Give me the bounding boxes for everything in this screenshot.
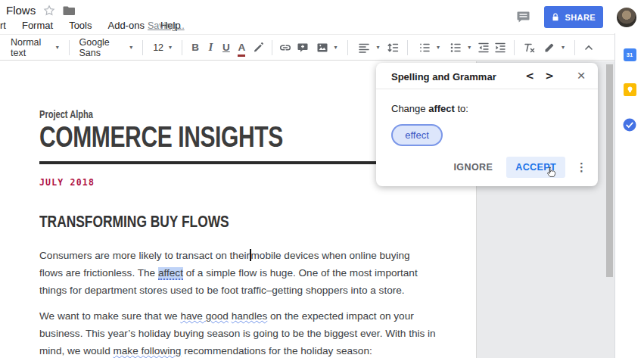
- highlighter-icon: [251, 41, 265, 54]
- ignore-button[interactable]: IGNORE: [449, 157, 497, 178]
- dialog-title: Spelling and Grammar: [391, 71, 496, 82]
- text-segment: Consumers are more likely to transact on…: [39, 250, 250, 261]
- text-segment: on the expected impact on your: [267, 310, 413, 322]
- section-heading-text[interactable]: TRANSFORMING BUY FLOWS: [39, 212, 279, 232]
- more-options-icon[interactable]: ⋮: [574, 160, 589, 174]
- comment-add-icon: [296, 41, 310, 54]
- dialog-body: Change affect to: effect: [376, 89, 598, 146]
- doc-title-label: COMMERCE INSIGHTS: [39, 121, 283, 154]
- paragraph-line[interactable]: business. This year’s holiday buying sea…: [39, 325, 436, 342]
- align-button[interactable]: ▾: [353, 38, 384, 58]
- document-title[interactable]: Flows: [6, 4, 36, 17]
- horizontal-rule: [39, 161, 378, 164]
- text-segment: recommendations for the holiday season:: [181, 345, 372, 356]
- decrease-indent-button[interactable]: [475, 38, 492, 58]
- suggestion-pill-button[interactable]: effect: [391, 124, 443, 146]
- folder-icon[interactable]: [63, 5, 76, 16]
- chevron-down-icon: ▾: [169, 44, 172, 51]
- close-icon[interactable]: ×: [574, 67, 589, 84]
- saving-status[interactable]: Saving...: [148, 20, 185, 31]
- avatar[interactable]: [617, 8, 636, 27]
- numbered-list-button[interactable]: ▾: [413, 38, 444, 58]
- text-segment: business. This year’s holiday buying sea…: [39, 328, 436, 339]
- paragraph-line[interactable]: We want to make sure that we have good h…: [39, 307, 436, 325]
- comments-icon[interactable]: [516, 11, 530, 23]
- grammar-suggestion-text: make following: [113, 345, 181, 356]
- text-color-button[interactable]: A: [234, 38, 249, 58]
- toolbar-separator: [347, 40, 348, 55]
- keep-icon[interactable]: [624, 83, 636, 96]
- collapse-toolbar-button[interactable]: [580, 38, 597, 58]
- paragraph-style-dropdown[interactable]: Normal text ▾: [6, 38, 64, 58]
- spelling-grammar-dialog: Spelling and Grammar < > × Change affect…: [376, 63, 598, 186]
- toolbar-separator: [514, 40, 515, 55]
- grammar-suggestion-text: handles: [232, 310, 268, 322]
- numbered-list-icon: [418, 41, 431, 54]
- calendar-icon[interactable]: 31: [624, 48, 636, 61]
- underline-button[interactable]: U: [219, 38, 234, 58]
- menu-item[interactable]: Add-ons: [107, 20, 144, 31]
- italic-button[interactable]: I: [203, 38, 218, 58]
- bulleted-list-icon: [449, 41, 462, 54]
- next-suggestion-button[interactable]: >: [543, 70, 556, 82]
- font-size-value: 12: [153, 42, 163, 53]
- previous-suggestion-button[interactable]: <: [523, 70, 537, 82]
- accept-button[interactable]: ACCEPT: [506, 157, 565, 178]
- paragraph-line[interactable]: flows are frictionless. The affect of a …: [39, 264, 418, 282]
- section-heading-label: TRANSFORMING BUY FLOWS: [39, 212, 229, 232]
- font-dropdown[interactable]: Google Sans ▾: [75, 38, 138, 58]
- link-icon: [278, 41, 292, 54]
- font-size-dropdown[interactable]: 12 ▾: [148, 38, 176, 58]
- star-icon[interactable]: [43, 5, 55, 17]
- doc-date-text[interactable]: JULY 2018: [39, 177, 95, 188]
- editing-mode-button[interactable]: ▾: [538, 38, 569, 58]
- toolbar: Normal text ▾ Google Sans ▾ 12 ▾ B I U A: [0, 34, 644, 61]
- toolbar-separator: [272, 40, 272, 55]
- doc-eyebrow-label: Project Alpha: [39, 108, 93, 120]
- mouse-cursor-hand: [545, 167, 556, 182]
- image-icon: [316, 41, 329, 54]
- chevron-down-icon: ▾: [468, 44, 471, 51]
- text-segment: mind, we would: [39, 345, 113, 356]
- title-row: Flows: [6, 4, 76, 17]
- dialog-footer: IGNORE ACCEPT ⋮: [449, 157, 589, 178]
- bulleted-list-button[interactable]: ▾: [444, 38, 475, 58]
- text-color-icon: A: [238, 42, 245, 53]
- toolbar-separator: [407, 40, 408, 55]
- doc-title-text[interactable]: COMMERCE INSIGHTS: [39, 121, 347, 154]
- insert-link-button[interactable]: [277, 38, 294, 58]
- insert-image-button[interactable]: ▾: [311, 38, 342, 58]
- change-suffix: to:: [455, 103, 468, 114]
- paragraph-2: We want to make sure that we have good h…: [39, 307, 436, 358]
- add-comment-button[interactable]: [294, 38, 311, 58]
- line-spacing-button[interactable]: [384, 38, 402, 58]
- grammar-suggestion-text: have good: [180, 310, 229, 322]
- change-to-label: Change affect to:: [391, 103, 583, 114]
- text-segment: of a simple flow is huge. One of the mos…: [183, 267, 418, 279]
- highlight-color-button[interactable]: [249, 38, 266, 58]
- toolbar-separator: [182, 40, 182, 55]
- share-button[interactable]: SHARE: [544, 6, 603, 28]
- menu-item[interactable]: rt: [0, 20, 6, 31]
- scrollbar-thumb[interactable]: [606, 64, 613, 277]
- increase-indent-button[interactable]: [492, 38, 509, 58]
- paragraph-1: Consumers are more likely to transact on…: [39, 247, 418, 300]
- header-actions: SHARE: [516, 6, 636, 28]
- paragraph-line[interactable]: mind, we would make following recommenda…: [39, 342, 436, 358]
- chevron-down-icon: ▾: [334, 44, 338, 51]
- clear-formatting-button[interactable]: [520, 38, 538, 58]
- chevron-down-icon: ▾: [129, 44, 132, 51]
- menu-item[interactable]: Tools: [69, 20, 92, 31]
- tasks-icon[interactable]: [623, 118, 636, 132]
- align-left-icon: [357, 41, 371, 54]
- app-header: Flows rtFormatToolsAdd-onsHelp Saving...…: [0, 0, 644, 33]
- line-spacing-icon: [386, 41, 400, 54]
- italic-icon: I: [209, 41, 213, 54]
- bold-button[interactable]: B: [188, 38, 203, 58]
- menu-item[interactable]: Format: [22, 20, 53, 31]
- paragraph-line[interactable]: things for department stores used to be …: [39, 282, 418, 299]
- misspelled-word-selected: affect: [158, 267, 183, 280]
- chevron-down-icon: ▾: [376, 44, 379, 51]
- doc-eyebrow-text[interactable]: Project Alpha: [39, 108, 107, 120]
- paragraph-line[interactable]: Consumers are more likely to transact on…: [39, 247, 418, 264]
